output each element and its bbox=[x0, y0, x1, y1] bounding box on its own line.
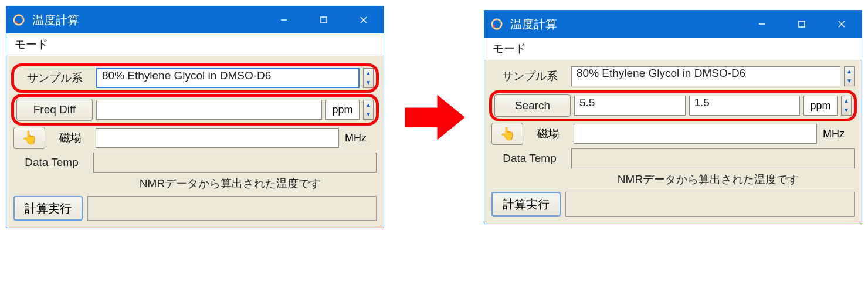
calc-row: 計算実行 bbox=[13, 196, 377, 221]
sample-spinner[interactable]: ▲▼ bbox=[363, 68, 374, 88]
hand-button[interactable]: 👆 bbox=[491, 123, 523, 145]
pointing-hand-icon: 👆 bbox=[22, 130, 38, 146]
calc-button[interactable]: 計算実行 bbox=[491, 192, 561, 217]
datatemp-output bbox=[93, 153, 377, 173]
datatemp-output bbox=[571, 148, 855, 168]
sample-select[interactable]: 80% Ethylene Glycol in DMSO-D6 bbox=[96, 68, 360, 88]
titlebar: 温度計算 bbox=[6, 6, 384, 33]
titlebar: 温度計算 bbox=[484, 11, 862, 38]
window-controls bbox=[742, 11, 862, 38]
svg-rect-12 bbox=[799, 21, 805, 27]
window-right: 温度計算 モード サンプル系 80% Ethylene Glycol in DM… bbox=[484, 10, 862, 224]
svg-rect-4 bbox=[321, 17, 327, 23]
form-area: サンプル系 80% Ethylene Glycol in DMSO-D6 ▲▼ … bbox=[6, 56, 384, 228]
field-unit: MHz bbox=[820, 128, 855, 140]
menu-mode[interactable]: モード bbox=[6, 33, 384, 56]
search-button[interactable]: Search bbox=[494, 94, 571, 117]
highlight-freqdiff-row: Freq Diff ppm ▲▼ bbox=[11, 94, 379, 126]
calc-button[interactable]: 計算実行 bbox=[13, 196, 83, 221]
search-input-1[interactable]: 5.5 bbox=[574, 96, 686, 116]
search-unit: ppm bbox=[803, 96, 838, 116]
field-unit: MHz bbox=[343, 132, 377, 144]
datatemp-label: Data Temp bbox=[491, 152, 568, 165]
hand-button[interactable]: 👆 bbox=[13, 127, 45, 149]
app-icon bbox=[490, 18, 503, 31]
svg-marker-7 bbox=[405, 94, 465, 140]
sample-spinner[interactable]: ▲▼ bbox=[844, 66, 855, 86]
freqdiff-unit: ppm bbox=[326, 100, 360, 120]
maximize-button[interactable] bbox=[304, 6, 344, 33]
datatemp-row: Data Temp bbox=[13, 153, 377, 173]
freqdiff-button[interactable]: Freq Diff bbox=[16, 99, 93, 121]
svg-point-0 bbox=[12, 13, 25, 26]
pointing-hand-icon: 👆 bbox=[500, 126, 516, 141]
svg-point-1 bbox=[15, 21, 18, 23]
datatemp-label: Data Temp bbox=[13, 156, 90, 169]
window-controls bbox=[264, 6, 384, 33]
sample-label: サンプル系 bbox=[16, 70, 93, 86]
search-unit-spinner[interactable]: ▲▼ bbox=[841, 96, 852, 116]
freqdiff-unit-spinner[interactable]: ▲▼ bbox=[363, 100, 374, 120]
field-row: 👆 磁場 MHz bbox=[491, 123, 855, 145]
sample-select[interactable]: 80% Ethylene Glycol in DMSO-D6 bbox=[571, 66, 840, 86]
field-label: 磁場 bbox=[527, 126, 570, 141]
close-button[interactable] bbox=[822, 11, 862, 38]
form-area: サンプル系 80% Ethylene Glycol in DMSO-D6 ▲▼ … bbox=[484, 60, 862, 224]
search-input-2[interactable]: 1.5 bbox=[689, 96, 801, 116]
maximize-button[interactable] bbox=[782, 11, 822, 38]
highlight-sample-row: サンプル系 80% Ethylene Glycol in DMSO-D6 ▲▼ bbox=[11, 63, 379, 93]
highlight-search-row: Search 5.5 1.5 ppm ▲▼ bbox=[489, 90, 857, 121]
minimize-button[interactable] bbox=[264, 6, 304, 33]
calc-output bbox=[565, 192, 855, 217]
calc-output bbox=[87, 196, 377, 221]
svg-point-2 bbox=[21, 17, 23, 19]
note-text: NMRデータから算出された温度です bbox=[13, 176, 377, 191]
window-left: 温度計算 モード サンプル系 80% Ethylene Glycol in DM… bbox=[6, 6, 384, 228]
svg-point-8 bbox=[490, 18, 503, 31]
minimize-button[interactable] bbox=[742, 11, 782, 38]
field-label: 磁場 bbox=[49, 130, 92, 146]
arrow-right-icon bbox=[402, 92, 466, 143]
menu-mode[interactable]: モード bbox=[484, 38, 862, 60]
field-input[interactable] bbox=[96, 128, 339, 148]
window-title: 温度計算 bbox=[32, 12, 264, 28]
field-input[interactable] bbox=[574, 124, 817, 144]
datatemp-row: Data Temp bbox=[491, 148, 855, 168]
note-text: NMRデータから算出された温度です bbox=[491, 172, 855, 187]
window-title: 温度計算 bbox=[510, 16, 742, 32]
sample-label: サンプル系 bbox=[491, 69, 568, 84]
sample-row: サンプル系 80% Ethylene Glycol in DMSO-D6 ▲▼ bbox=[491, 66, 855, 86]
close-button[interactable] bbox=[344, 6, 384, 33]
field-row: 👆 磁場 MHz bbox=[13, 127, 377, 149]
transition-arrow bbox=[402, 92, 466, 143]
freqdiff-input[interactable] bbox=[96, 100, 322, 120]
svg-point-10 bbox=[499, 21, 501, 23]
app-icon bbox=[12, 13, 25, 26]
calc-row: 計算実行 bbox=[491, 192, 855, 217]
svg-point-9 bbox=[493, 25, 496, 28]
